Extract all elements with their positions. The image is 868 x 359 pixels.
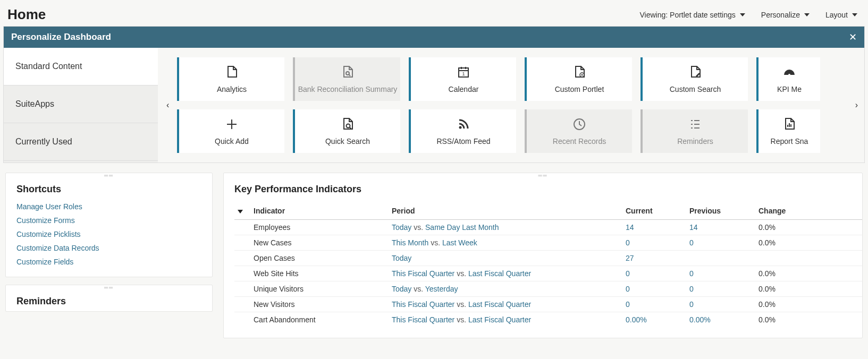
tile-row-1: AnalyticsBank Reconciliation SummaryCale… bbox=[177, 57, 848, 101]
shortcut-link[interactable]: Customize Data Records bbox=[16, 244, 201, 252]
period-link[interactable]: Today bbox=[392, 223, 411, 232]
tile-reminders[interactable]: Reminders bbox=[641, 109, 748, 153]
period-link[interactable]: Last Fiscal Quarter bbox=[468, 315, 531, 324]
layout-dropdown[interactable]: Layout bbox=[825, 11, 857, 19]
indicator-cell: Open Cases bbox=[250, 251, 389, 266]
vs-text: vs. bbox=[414, 223, 423, 232]
previous-cell: 0 bbox=[686, 235, 755, 251]
indicator-cell: New Visitors bbox=[250, 297, 389, 312]
tile-custom-search[interactable]: Custom Search bbox=[641, 57, 748, 101]
th-period[interactable]: Period bbox=[389, 202, 622, 220]
tile-label: Reminders bbox=[677, 137, 713, 146]
shortcut-link[interactable]: Manage User Roles bbox=[16, 202, 201, 211]
tile-bank-reconciliation-summary[interactable]: Bank Reconciliation Summary bbox=[293, 57, 400, 101]
period-link[interactable]: This Fiscal Quarter bbox=[392, 300, 454, 309]
th-indicator[interactable]: Indicator bbox=[250, 202, 389, 220]
tile-label: Report Sna bbox=[771, 137, 808, 146]
tile-label: Bank Reconciliation Summary bbox=[298, 85, 398, 93]
change-cell: 0.0% bbox=[755, 312, 862, 328]
tile-analytics[interactable]: Analytics bbox=[177, 57, 284, 101]
scroll-left-icon[interactable]: ‹ bbox=[164, 95, 171, 115]
vs-text: vs. bbox=[457, 315, 466, 324]
table-row: Open CasesToday27 bbox=[234, 251, 862, 266]
previous-cell bbox=[686, 251, 755, 266]
value-link[interactable]: 0 bbox=[626, 300, 630, 309]
previous-cell: 0 bbox=[686, 281, 755, 297]
current-cell: 27 bbox=[622, 251, 686, 266]
tile-label: Custom Portlet bbox=[555, 85, 604, 93]
viewing-dropdown[interactable]: Viewing: Portlet date settings bbox=[640, 11, 745, 19]
value-link[interactable]: 0 bbox=[626, 285, 630, 293]
value-link[interactable]: 0 bbox=[626, 238, 630, 247]
change-cell: 0.0% bbox=[755, 235, 862, 251]
value-link[interactable]: 0.00% bbox=[689, 315, 711, 324]
tile-quick-search[interactable]: Quick Search bbox=[293, 109, 400, 153]
drag-handle-icon[interactable]: ══ bbox=[103, 285, 115, 288]
caret-down-icon bbox=[852, 13, 857, 16]
value-link[interactable]: 0.00% bbox=[626, 315, 647, 324]
checklist-icon bbox=[688, 117, 702, 133]
caret-down-icon bbox=[740, 13, 745, 16]
period-link[interactable]: Last Fiscal Quarter bbox=[468, 300, 531, 309]
shortcut-link[interactable]: Customize Picklists bbox=[16, 230, 201, 238]
period-link[interactable]: This Fiscal Quarter bbox=[392, 269, 454, 278]
tile-kpi-me[interactable]: KPI Me bbox=[756, 57, 820, 101]
tile-row-2: Quick AddQuick SearchRSS/Atom FeedRecent… bbox=[177, 109, 848, 153]
th-current[interactable]: Current bbox=[622, 202, 686, 220]
tile-custom-portlet[interactable]: Custom Portlet bbox=[525, 57, 632, 101]
current-cell: 0 bbox=[622, 281, 686, 297]
value-link[interactable]: 14 bbox=[689, 223, 698, 232]
period-link[interactable]: Today bbox=[392, 254, 411, 262]
period-link[interactable]: This Fiscal Quarter bbox=[392, 315, 454, 324]
value-link[interactable]: 0 bbox=[689, 269, 694, 278]
tile-label: Quick Search bbox=[325, 137, 370, 146]
tab-suiteapps[interactable]: SuiteApps bbox=[4, 86, 158, 123]
change-cell bbox=[755, 251, 862, 266]
kpi-table: Indicator Period Current Previous Change… bbox=[234, 202, 862, 327]
close-icon[interactable]: ✕ bbox=[849, 31, 857, 43]
period-link[interactable]: Last Week bbox=[442, 238, 477, 247]
tile-label: Calendar bbox=[449, 85, 479, 93]
period-link[interactable]: Yesterday bbox=[425, 285, 458, 293]
value-link[interactable]: 0 bbox=[689, 285, 694, 293]
scroll-right-icon[interactable]: › bbox=[853, 95, 860, 115]
value-link[interactable]: 0 bbox=[689, 300, 694, 309]
main-column: ══ Key Performance Indicators Indicator … bbox=[223, 173, 863, 338]
shortcut-link[interactable]: Customize Forms bbox=[16, 216, 201, 225]
previous-cell: 0 bbox=[686, 266, 755, 281]
value-link[interactable]: 14 bbox=[626, 223, 634, 232]
period-link[interactable]: This Month bbox=[392, 238, 428, 247]
viewing-label: Viewing: Portlet date settings bbox=[640, 11, 736, 19]
expand-header[interactable] bbox=[234, 202, 250, 220]
file-edit-icon bbox=[688, 65, 702, 81]
dashboard-grid: ══ Shortcuts Manage User RolesCustomize … bbox=[0, 163, 868, 344]
value-link[interactable]: 27 bbox=[626, 254, 634, 262]
current-cell: 0 bbox=[622, 266, 686, 281]
tile-calendar[interactable]: Calendar bbox=[409, 57, 516, 101]
tab-standard-content[interactable]: Standard Content bbox=[4, 48, 158, 86]
period-link[interactable]: Same Day Last Month bbox=[425, 223, 499, 232]
file-search-icon bbox=[341, 65, 355, 81]
tile-label: Custom Search bbox=[670, 85, 721, 93]
tile-rss-atom-feed[interactable]: RSS/Atom Feed bbox=[409, 109, 516, 153]
th-previous[interactable]: Previous bbox=[686, 202, 755, 220]
period-link[interactable]: Last Fiscal Quarter bbox=[468, 269, 531, 278]
drag-handle-icon[interactable]: ══ bbox=[103, 173, 115, 176]
tile-report-sna[interactable]: Report Sna bbox=[756, 109, 820, 153]
tile-quick-add[interactable]: Quick Add bbox=[177, 109, 284, 153]
value-link[interactable]: 0 bbox=[689, 238, 694, 247]
drag-handle-icon[interactable]: ══ bbox=[537, 173, 550, 176]
personalize-dashboard-panel: Personalize Dashboard ✕ Standard Content… bbox=[3, 26, 865, 163]
tab-currently-used[interactable]: Currently Used bbox=[4, 123, 158, 161]
value-link[interactable]: 0 bbox=[626, 269, 630, 278]
tile-label: KPI Me bbox=[777, 85, 802, 93]
tile-label: Analytics bbox=[217, 85, 247, 93]
th-change[interactable]: Change bbox=[755, 202, 862, 220]
kpi-portlet: ══ Key Performance Indicators Indicator … bbox=[223, 173, 863, 338]
previous-cell: 14 bbox=[686, 220, 755, 235]
shortcut-link[interactable]: Customize Fields bbox=[16, 258, 201, 266]
tile-recent-records[interactable]: Recent Records bbox=[525, 109, 632, 153]
plus-icon bbox=[225, 117, 239, 133]
period-link[interactable]: Today bbox=[392, 285, 411, 293]
personalize-dropdown[interactable]: Personalize bbox=[761, 11, 810, 19]
